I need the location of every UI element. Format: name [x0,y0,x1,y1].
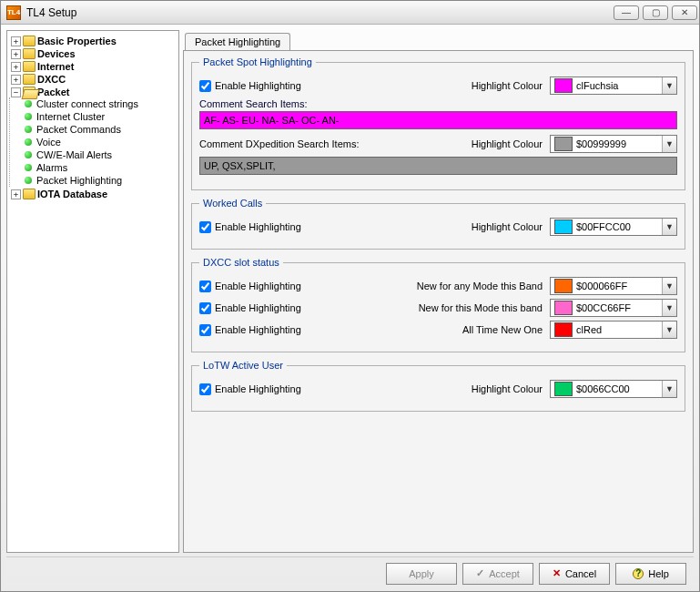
help-button[interactable]: ?Help [615,563,686,585]
group-packet-spot: Packet Spot Highlighting Enable Highligh… [191,56,685,190]
enable-spot-label: Enable Highlighting [215,80,301,91]
enable-dxcc3[interactable]: Enable Highlighting [199,324,301,336]
enable-dxcc2[interactable]: Enable Highlighting [199,302,301,314]
dxcc3-color-combo[interactable]: clRed ▼ [550,321,677,339]
legend-worked: Worked Calls [199,198,266,209]
tree-iota[interactable]: IOTA Database [37,189,107,199]
maximize-button[interactable]: ▢ [643,5,668,20]
folder-icon [23,74,36,85]
dxcc3-color-text: clRed [576,324,662,335]
comment-search-label: Comment Search Items: [199,98,677,109]
dropdown-icon[interactable]: ▼ [662,381,676,397]
tree-cluster-connect[interactable]: Cluster connect strings [36,98,138,109]
close-button[interactable]: ✕ [672,5,697,20]
dxp-hc-label: Highlight Colour [472,138,543,149]
tree-packet-highlighting[interactable]: Packet Highlighting [36,175,122,186]
x-icon: ✕ [553,567,561,579]
worked-hc-label: Highlight Colour [472,221,543,232]
enable-worked[interactable]: Enable Highlighting [199,221,301,233]
dxp-color-combo[interactable]: $00999999 ▼ [550,135,677,153]
dxcc1-color-combo[interactable]: $000066FF ▼ [550,277,677,295]
group-lotw: LoTW Active User Enable Highlighting Hig… [191,360,685,412]
folder-icon [23,36,36,46]
expand-icon[interactable]: + [11,36,21,46]
window: TL4 TL4 Setup — ▢ ✕ +Basic Properties +D… [0,0,700,592]
dropdown-icon[interactable]: ▼ [662,278,676,294]
tree-alarms[interactable]: Alarms [36,162,67,173]
dxcc1-label: New for any Mode this Band [417,281,543,291]
bullet-icon [25,113,32,120]
folder-icon [23,61,36,72]
enable-dxcc1-label: Enable Highlighting [215,281,301,291]
comment-search-input[interactable]: AF- AS- EU- NA- SA- OC- AN- [199,111,677,129]
tab-packet-highlighting[interactable]: Packet Highlighting [185,33,290,50]
folder-icon [23,48,36,59]
tree-packet-commands[interactable]: Packet Commands [36,124,121,135]
enable-worked-checkbox[interactable] [199,221,211,233]
dxcc2-color-combo[interactable]: $00CC66FF ▼ [550,299,677,317]
folder-open-icon [23,87,36,97]
expand-icon[interactable]: + [11,75,21,85]
worked-color-combo[interactable]: $00FFCC00 ▼ [550,218,677,236]
collapse-icon[interactable]: − [11,87,21,97]
apply-button[interactable]: Apply [386,563,457,585]
tree-packet[interactable]: Packet [37,87,69,97]
color-swatch [554,322,573,337]
dialog-buttons: Apply ✓Accept ✕Cancel ?Help [6,556,694,586]
expand-icon[interactable]: + [11,49,21,59]
enable-dxcc3-checkbox[interactable] [199,324,211,336]
color-swatch [554,137,573,151]
group-worked-calls: Worked Calls Enable Highlighting Highlig… [191,198,685,250]
bullet-icon [25,138,32,146]
tree-basic-properties[interactable]: Basic Properties [37,36,117,46]
accept-button[interactable]: ✓Accept [462,563,533,585]
dxcc1-color-text: $000066FF [576,281,662,291]
spot-hc-label: Highlight Colour [472,80,543,91]
spot-color-combo[interactable]: clFuchsia ▼ [550,77,677,95]
tree-devices[interactable]: Devices [37,48,76,59]
content-pane: Packet Highlighting Packet Spot Highligh… [183,30,694,553]
dxcc2-label: New for this Mode this band [419,302,543,313]
worked-color-text: $00FFCC00 [576,221,662,232]
tree-dxcc[interactable]: DXCC [37,74,66,85]
legend-lotw: LoTW Active User [199,360,287,371]
enable-dxcc2-label: Enable Highlighting [215,302,301,313]
bullet-icon [25,100,32,107]
nav-tree[interactable]: +Basic Properties +Devices +Internet +DX… [6,30,179,553]
tree-internet-cluster[interactable]: Internet Cluster [36,111,105,122]
enable-lotw[interactable]: Enable Highlighting [199,383,301,395]
bullet-icon [25,151,32,158]
dropdown-icon[interactable]: ▼ [662,136,676,152]
dropdown-icon[interactable]: ▼ [662,322,676,338]
dropdown-icon[interactable]: ▼ [662,77,676,94]
enable-dxcc3-label: Enable Highlighting [215,324,301,335]
tree-cw-email-alerts[interactable]: CW/E-Mail Alerts [36,149,112,160]
window-title: TL4 Setup [26,6,614,19]
color-swatch [554,279,573,293]
color-swatch [554,301,573,315]
expand-icon[interactable]: + [11,189,21,199]
cancel-button[interactable]: ✕Cancel [539,563,610,585]
tree-voice[interactable]: Voice [36,137,61,148]
tree-internet[interactable]: Internet [37,61,74,72]
enable-lotw-checkbox[interactable] [199,383,211,395]
titlebar: TL4 TL4 Setup — ▢ ✕ [1,1,699,25]
enable-spot-highlight[interactable]: Enable Highlighting [199,80,301,92]
lotw-color-text: $0066CC00 [576,383,662,394]
minimize-button[interactable]: — [614,5,639,20]
dxcc3-label: All Time New One [462,324,543,335]
dxp-color-text: $00999999 [576,138,662,149]
client-area: +Basic Properties +Devices +Internet +DX… [1,25,699,591]
enable-spot-checkbox[interactable] [199,80,211,92]
dropdown-icon[interactable]: ▼ [662,219,676,235]
enable-dxcc2-checkbox[interactable] [199,302,211,314]
color-swatch [554,219,573,234]
enable-dxcc1[interactable]: Enable Highlighting [199,281,301,292]
lotw-color-combo[interactable]: $0066CC00 ▼ [550,380,677,398]
dxp-search-label: Comment DXpedition Search Items: [199,138,359,149]
spot-color-text: clFuchsia [576,80,662,91]
enable-dxcc1-checkbox[interactable] [199,281,211,292]
dropdown-icon[interactable]: ▼ [662,300,676,316]
expand-icon[interactable]: + [11,62,21,72]
dxp-search-input[interactable]: UP, QSX,SPLIT, [199,157,677,175]
